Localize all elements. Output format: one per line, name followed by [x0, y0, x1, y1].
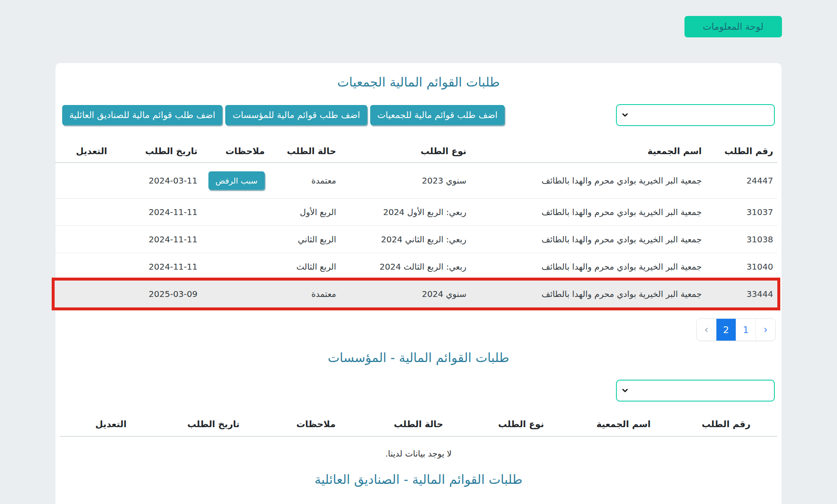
cell-association-name: جمعية البر الخيرية بوادي محرم والهدا بال…: [471, 199, 706, 226]
institutions-table: رقم الطلب اسم الجمعية نوع الطلب حالة الط…: [60, 412, 777, 464]
add-request-institutions-button[interactable]: اضف طلب قوائم مالية للمؤسسات: [225, 105, 367, 125]
associations-filter-select-wrap: [616, 104, 775, 126]
dashboard-button[interactable]: لوحة المعلومات: [684, 16, 782, 37]
institutions-table-header-row: رقم الطلب اسم الجمعية نوع الطلب حالة الط…: [60, 412, 777, 436]
empty-state-row: لا يوجد بيانات لدينا.: [60, 436, 777, 464]
header-request-status: حالة الطلب: [367, 412, 470, 436]
header-request-type: نوع الطلب: [340, 140, 471, 163]
add-request-family-funds-button[interactable]: اضف طلب قوائم مالية للصناديق العائلية: [62, 105, 222, 125]
header-request-date: تاريخ الطلب: [162, 412, 265, 436]
cell-association-name: جمعية البر الخيرية بوادي محرم والهدا بال…: [471, 253, 706, 281]
page-button-1[interactable]: 1: [736, 319, 755, 341]
prev-page-button[interactable]: ‹: [697, 319, 716, 341]
next-page-button[interactable]: ›: [755, 319, 775, 341]
cell-edit: [55, 281, 111, 308]
cell-notes: سبب الرفض: [202, 163, 269, 199]
cell-notes: [202, 226, 269, 253]
cell-request-status: الربع الثاني: [269, 226, 340, 253]
associations-table-header-row: رقم الطلب اسم الجمعية نوع الطلب حالة الط…: [55, 140, 777, 163]
family-funds-section-title: طلبات القوائم المالية - الصناديق العائلي…: [60, 472, 777, 487]
institutions-toolbar: [60, 380, 777, 402]
cell-request-number: 33444: [706, 281, 777, 308]
associations-table: رقم الطلب اسم الجمعية نوع الطلب حالة الط…: [55, 140, 777, 307]
header-association-name: اسم الجمعية: [471, 140, 706, 163]
cell-association-name: جمعية البر الخيرية بوادي محرم والهدا بال…: [471, 226, 706, 253]
pagination-container: ‹ 2 1 ›: [61, 318, 776, 341]
header-request-status: حالة الطلب: [269, 140, 340, 163]
cell-request-date: 2024-11-11: [111, 199, 202, 226]
table-row: 31040 جمعية البر الخيرية بوادي محرم واله…: [55, 253, 777, 281]
cell-request-number: 31040: [706, 253, 777, 281]
cell-request-date: 2024-11-11: [111, 253, 202, 281]
cell-request-type: ربعي: الربع الثالث 2024: [340, 253, 471, 281]
pagination: ‹ 2 1 ›: [696, 318, 776, 341]
main-card: طلبات القوائم المالية الجمعيات اضف طلب ق…: [55, 63, 782, 504]
table-row-highlighted-annotation: 33444 جمعية البر الخيرية بوادي محرم واله…: [55, 281, 777, 308]
cell-notes: [202, 281, 269, 308]
cell-edit: [55, 163, 111, 199]
cell-request-date: 2024-11-11: [111, 226, 202, 253]
topbar: لوحة المعلومات: [55, 0, 782, 37]
header-request-type: نوع الطلب: [470, 412, 572, 436]
no-data-message: لا يوجد بيانات لدينا.: [60, 436, 777, 464]
add-request-button-group: اضف طلب قوائم مالية للجمعيات اضف طلب قوا…: [62, 105, 505, 125]
cell-request-status: معتمدة: [269, 163, 340, 199]
associations-toolbar: اضف طلب قوائم مالية للجمعيات اضف طلب قوا…: [60, 104, 777, 126]
cell-request-number: 24447: [706, 163, 777, 199]
table-row: 31038 جمعية البر الخيرية بوادي محرم واله…: [55, 226, 777, 253]
table-row: 31037 جمعية البر الخيرية بوادي محرم واله…: [55, 199, 777, 226]
cell-request-number: 31038: [706, 226, 777, 253]
page-button-2[interactable]: 2: [716, 319, 736, 341]
cell-edit: [55, 226, 111, 253]
cell-request-type: سنوي 2024: [340, 281, 471, 308]
associations-filter-select[interactable]: [616, 104, 775, 126]
page-root: لوحة المعلومات طلبات القوائم المالية الج…: [55, 0, 782, 504]
institutions-filter-select-wrap: [616, 380, 775, 402]
header-notes: ملاحظات: [265, 412, 367, 436]
header-notes: ملاحظات: [202, 140, 269, 163]
cell-association-name: جمعية البر الخيرية بوادي محرم والهدا بال…: [471, 163, 706, 199]
header-request-number: رقم الطلب: [675, 412, 777, 436]
cell-edit: [55, 253, 111, 281]
header-request-date: تاريخ الطلب: [111, 140, 202, 163]
associations-section-title: طلبات القوائم المالية الجمعيات: [60, 75, 777, 90]
institutions-filter-select[interactable]: [616, 380, 775, 402]
cell-association-name: جمعية البر الخيرية بوادي محرم والهدا بال…: [471, 281, 706, 308]
header-edit: التعديل: [60, 412, 162, 436]
cell-edit: [55, 199, 111, 226]
header-request-number: رقم الطلب: [706, 140, 777, 163]
cell-request-status: الربع الثالث: [269, 253, 340, 281]
cell-request-type: ربعي: الربع الأول 2024: [340, 199, 471, 226]
cell-notes: [202, 253, 269, 281]
institutions-section-title: طلبات القوائم المالية - المؤسسات: [60, 350, 777, 365]
cell-request-type: سنوي 2023: [340, 163, 471, 199]
cell-request-number: 31037: [706, 199, 777, 226]
cell-notes: [202, 199, 269, 226]
cell-request-type: ربعي: الربع الثاني 2024: [340, 226, 471, 253]
add-request-associations-button[interactable]: اضف طلب قوائم مالية للجمعيات: [370, 105, 505, 125]
cell-request-date: 2024-03-11: [111, 163, 202, 199]
header-association-name: اسم الجمعية: [572, 412, 675, 436]
rejection-reason-button[interactable]: سبب الرفض: [208, 171, 265, 190]
cell-request-status: معتمدة: [269, 281, 340, 308]
cell-request-date: 2025-03-09: [111, 281, 202, 308]
table-row: 24447 جمعية البر الخيرية بوادي محرم واله…: [55, 163, 777, 199]
cell-request-status: الربع الأول: [269, 199, 340, 226]
header-edit: التعديل: [55, 140, 111, 163]
